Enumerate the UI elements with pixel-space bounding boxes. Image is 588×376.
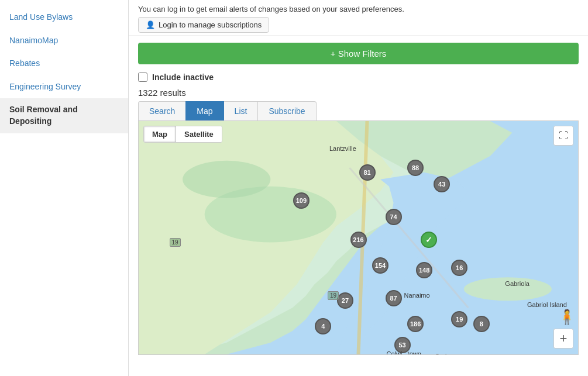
map-marker-109[interactable]: 109 bbox=[293, 192, 310, 209]
sidebar: Land Use BylawsNanaimoMapRebatesEngineer… bbox=[0, 0, 129, 376]
sidebar-item-soil-removal-and-depositing[interactable]: Soil Removal and Depositing bbox=[0, 98, 128, 133]
road-label-19: 19 bbox=[170, 238, 181, 247]
results-count: 1322 results bbox=[129, 85, 588, 101]
show-filters-label: + Show Filters bbox=[331, 49, 386, 58]
tab-map[interactable]: Map bbox=[185, 101, 223, 120]
include-inactive-checkbox[interactable] bbox=[138, 73, 147, 82]
map-marker-87[interactable]: 87 bbox=[386, 290, 402, 306]
map-container[interactable]: MapSatellite ⛶ 81881094374216✓1541481627… bbox=[138, 121, 579, 355]
map-marker-186[interactable]: 186 bbox=[407, 316, 424, 332]
svg-point-9 bbox=[183, 161, 270, 198]
sidebar-item-nanaimomap[interactable]: NanaimoMap bbox=[0, 29, 128, 53]
map-marker-154[interactable]: 154 bbox=[372, 257, 388, 274]
map-label-lantzville: Lantzville bbox=[328, 144, 358, 153]
map-marker-8[interactable]: 8 bbox=[473, 316, 490, 332]
map-marker-74[interactable]: 74 bbox=[386, 209, 402, 225]
tab-search[interactable]: Search bbox=[138, 101, 186, 120]
map-label-cedar: Cedar bbox=[433, 352, 454, 355]
main-content: You can log in to get email alerts of ch… bbox=[129, 0, 588, 376]
map-view-toggle: MapSatellite bbox=[143, 126, 222, 143]
map-marker-216[interactable]: 216 bbox=[350, 232, 367, 248]
login-button[interactable]: 👤 Login to manage subscriptions bbox=[138, 17, 269, 33]
alert-message: You can log in to get email alerts of ch… bbox=[138, 5, 404, 13]
login-button-label: Login to manage subscriptions bbox=[159, 20, 262, 29]
map-marker-88[interactable]: 88 bbox=[407, 160, 424, 176]
map-marker-27[interactable]: 27 bbox=[337, 292, 353, 309]
sidebar-item-rebates[interactable]: Rebates bbox=[0, 52, 128, 75]
sidebar-item-engineering-survey[interactable]: Engineering Survey bbox=[0, 75, 128, 99]
sidebar-item-land-use-bylaws[interactable]: Land Use Bylaws bbox=[0, 6, 128, 29]
map-marker-16[interactable]: 16 bbox=[451, 260, 467, 276]
results-suffix: results bbox=[157, 88, 185, 98]
road-label-19b: 19 bbox=[328, 291, 339, 300]
tabs-bar: SearchMapListSubscribe bbox=[138, 101, 579, 121]
map-label-gabriola: Gabriola bbox=[503, 280, 531, 288]
map-marker-148[interactable]: 148 bbox=[416, 262, 432, 278]
map-label-colwi...town: Colwi...town bbox=[385, 350, 423, 355]
map-toggle-satellite[interactable]: Satellite bbox=[176, 126, 222, 142]
map-label-nanaimo: Nanaimo bbox=[403, 291, 432, 299]
person-icon: 🧍 bbox=[558, 309, 573, 324]
zoom-in-icon: + bbox=[560, 331, 568, 346]
zoom-in-button[interactable]: + bbox=[553, 329, 573, 349]
map-marker-43[interactable]: 43 bbox=[434, 176, 450, 192]
results-number: 1322 bbox=[138, 88, 157, 98]
tab-subscribe[interactable]: Subscribe bbox=[257, 101, 316, 120]
fullscreen-icon: ⛶ bbox=[559, 130, 568, 141]
map-toggle-map[interactable]: Map bbox=[144, 126, 176, 142]
fullscreen-button[interactable]: ⛶ bbox=[553, 126, 573, 146]
tab-list[interactable]: List bbox=[223, 101, 259, 120]
include-inactive-label[interactable]: Include inactive bbox=[152, 73, 214, 82]
map-marker-green-6[interactable]: ✓ bbox=[421, 232, 437, 248]
show-filters-button[interactable]: + Show Filters bbox=[138, 43, 579, 64]
include-inactive-row: Include inactive bbox=[129, 69, 588, 85]
map-marker-19[interactable]: 19 bbox=[451, 311, 467, 327]
user-icon: 👤 bbox=[146, 20, 155, 29]
map-marker-81[interactable]: 81 bbox=[359, 164, 376, 181]
alert-bar: You can log in to get email alerts of ch… bbox=[129, 0, 588, 36]
map-marker-4[interactable]: 4 bbox=[315, 318, 331, 334]
map-label-gabriol-island: Gabriol Island bbox=[525, 301, 569, 309]
